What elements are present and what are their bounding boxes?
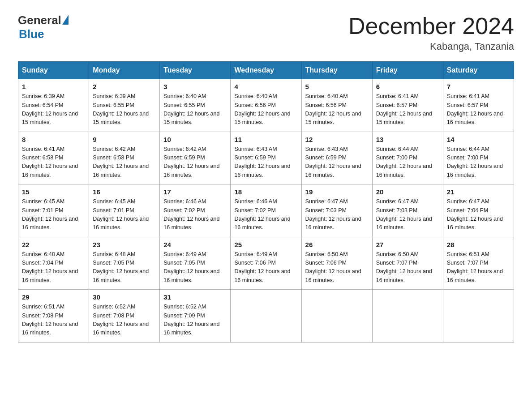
day-number: 29 bbox=[22, 293, 85, 301]
day-info: Sunrise: 6:44 AMSunset: 7:00 PMDaylight:… bbox=[447, 145, 510, 180]
day-info: Sunrise: 6:50 AMSunset: 7:07 PMDaylight:… bbox=[376, 250, 439, 285]
day-info: Sunrise: 6:52 AMSunset: 7:09 PMDaylight:… bbox=[163, 303, 227, 338]
day-number: 26 bbox=[305, 241, 369, 248]
day-number: 3 bbox=[163, 83, 227, 90]
day-info: Sunrise: 6:51 AMSunset: 7:07 PMDaylight:… bbox=[447, 250, 510, 285]
day-info: Sunrise: 6:49 AMSunset: 7:05 PMDaylight:… bbox=[163, 250, 227, 285]
logo-blue: Blue bbox=[19, 27, 44, 41]
day-info: Sunrise: 6:46 AMSunset: 7:02 PMDaylight:… bbox=[234, 197, 297, 232]
day-info: Sunrise: 6:48 AMSunset: 7:05 PMDaylight:… bbox=[93, 250, 156, 285]
calendar-cell: 13Sunrise: 6:44 AMSunset: 7:00 PMDayligh… bbox=[372, 132, 443, 184]
calendar-week-row: 1Sunrise: 6:39 AMSunset: 6:54 PMDaylight… bbox=[18, 79, 514, 132]
day-info: Sunrise: 6:43 AMSunset: 6:59 PMDaylight:… bbox=[305, 145, 369, 180]
day-number: 21 bbox=[447, 188, 510, 196]
location: Kabanga, Tanzania bbox=[348, 41, 514, 52]
day-number: 22 bbox=[22, 241, 85, 248]
calendar-cell: 2Sunrise: 6:39 AMSunset: 6:55 PMDaylight… bbox=[89, 79, 160, 132]
day-info: Sunrise: 6:47 AMSunset: 7:04 PMDaylight:… bbox=[447, 197, 510, 232]
calendar-header-row: SundayMondayTuesdayWednesdayThursdayFrid… bbox=[18, 62, 514, 79]
day-info: Sunrise: 6:41 AMSunset: 6:57 PMDaylight:… bbox=[376, 92, 439, 127]
day-number: 12 bbox=[305, 136, 369, 143]
day-info: Sunrise: 6:39 AMSunset: 6:55 PMDaylight:… bbox=[93, 92, 156, 127]
day-number: 8 bbox=[22, 136, 85, 143]
calendar-cell: 17Sunrise: 6:46 AMSunset: 7:02 PMDayligh… bbox=[160, 184, 231, 237]
calendar-cell bbox=[231, 290, 301, 342]
logo-triangle-icon bbox=[62, 15, 69, 25]
calendar-table: SundayMondayTuesdayWednesdayThursdayFrid… bbox=[18, 61, 514, 342]
day-info: Sunrise: 6:42 AMSunset: 6:58 PMDaylight:… bbox=[93, 145, 156, 180]
calendar-cell: 27Sunrise: 6:50 AMSunset: 7:07 PMDayligh… bbox=[372, 237, 443, 290]
day-info: Sunrise: 6:50 AMSunset: 7:06 PMDaylight:… bbox=[305, 250, 369, 285]
header-saturday: Saturday bbox=[443, 62, 514, 79]
calendar-cell: 24Sunrise: 6:49 AMSunset: 7:05 PMDayligh… bbox=[160, 237, 231, 290]
calendar-cell: 8Sunrise: 6:41 AMSunset: 6:58 PMDaylight… bbox=[18, 132, 89, 184]
day-info: Sunrise: 6:52 AMSunset: 7:08 PMDaylight:… bbox=[93, 303, 156, 338]
day-number: 24 bbox=[163, 241, 227, 248]
day-number: 28 bbox=[447, 241, 510, 248]
header-friday: Friday bbox=[372, 62, 443, 79]
calendar-cell: 12Sunrise: 6:43 AMSunset: 6:59 PMDayligh… bbox=[301, 132, 372, 184]
day-number: 14 bbox=[447, 136, 510, 143]
calendar-week-row: 22Sunrise: 6:48 AMSunset: 7:04 PMDayligh… bbox=[18, 237, 514, 290]
day-number: 5 bbox=[305, 83, 369, 90]
header-monday: Monday bbox=[89, 62, 160, 79]
logo-general: General bbox=[18, 13, 61, 27]
day-number: 25 bbox=[234, 241, 297, 248]
calendar-week-row: 15Sunrise: 6:45 AMSunset: 7:01 PMDayligh… bbox=[18, 184, 514, 237]
calendar-cell: 22Sunrise: 6:48 AMSunset: 7:04 PMDayligh… bbox=[18, 237, 89, 290]
header-wednesday: Wednesday bbox=[231, 62, 301, 79]
day-number: 7 bbox=[447, 83, 510, 90]
day-info: Sunrise: 6:40 AMSunset: 6:55 PMDaylight:… bbox=[163, 92, 227, 127]
calendar-cell: 5Sunrise: 6:40 AMSunset: 6:56 PMDaylight… bbox=[301, 79, 372, 132]
day-info: Sunrise: 6:49 AMSunset: 7:06 PMDaylight:… bbox=[234, 250, 297, 285]
calendar-cell: 7Sunrise: 6:41 AMSunset: 6:57 PMDaylight… bbox=[443, 79, 514, 132]
day-number: 15 bbox=[22, 188, 85, 196]
day-info: Sunrise: 6:47 AMSunset: 7:03 PMDaylight:… bbox=[305, 197, 369, 232]
calendar-cell: 1Sunrise: 6:39 AMSunset: 6:54 PMDaylight… bbox=[18, 79, 89, 132]
calendar-cell: 30Sunrise: 6:52 AMSunset: 7:08 PMDayligh… bbox=[89, 290, 160, 342]
day-info: Sunrise: 6:51 AMSunset: 7:08 PMDaylight:… bbox=[22, 303, 85, 338]
day-info: Sunrise: 6:44 AMSunset: 7:00 PMDaylight:… bbox=[376, 145, 439, 180]
calendar-cell bbox=[443, 290, 514, 342]
day-number: 17 bbox=[163, 188, 227, 196]
calendar-cell: 4Sunrise: 6:40 AMSunset: 6:56 PMDaylight… bbox=[231, 79, 301, 132]
header-thursday: Thursday bbox=[301, 62, 372, 79]
day-info: Sunrise: 6:45 AMSunset: 7:01 PMDaylight:… bbox=[93, 197, 156, 232]
day-number: 31 bbox=[163, 293, 227, 301]
day-number: 2 bbox=[93, 83, 156, 90]
day-info: Sunrise: 6:42 AMSunset: 6:59 PMDaylight:… bbox=[163, 145, 227, 180]
day-number: 18 bbox=[234, 188, 297, 196]
calendar-cell: 25Sunrise: 6:49 AMSunset: 7:06 PMDayligh… bbox=[231, 237, 301, 290]
day-number: 16 bbox=[93, 188, 156, 196]
calendar-cell: 20Sunrise: 6:47 AMSunset: 7:03 PMDayligh… bbox=[372, 184, 443, 237]
calendar-week-row: 8Sunrise: 6:41 AMSunset: 6:58 PMDaylight… bbox=[18, 132, 514, 184]
day-info: Sunrise: 6:39 AMSunset: 6:54 PMDaylight:… bbox=[22, 92, 85, 127]
calendar-cell: 10Sunrise: 6:42 AMSunset: 6:59 PMDayligh… bbox=[160, 132, 231, 184]
day-number: 1 bbox=[22, 83, 85, 90]
calendar-cell: 28Sunrise: 6:51 AMSunset: 7:07 PMDayligh… bbox=[443, 237, 514, 290]
calendar-cell: 11Sunrise: 6:43 AMSunset: 6:59 PMDayligh… bbox=[231, 132, 301, 184]
logo: General Blue bbox=[18, 13, 69, 41]
calendar-cell: 23Sunrise: 6:48 AMSunset: 7:05 PMDayligh… bbox=[89, 237, 160, 290]
calendar-cell bbox=[301, 290, 372, 342]
day-number: 20 bbox=[376, 188, 439, 196]
day-info: Sunrise: 6:41 AMSunset: 6:58 PMDaylight:… bbox=[22, 145, 85, 180]
day-number: 23 bbox=[93, 241, 156, 248]
calendar-cell: 18Sunrise: 6:46 AMSunset: 7:02 PMDayligh… bbox=[231, 184, 301, 237]
day-info: Sunrise: 6:43 AMSunset: 6:59 PMDaylight:… bbox=[234, 145, 297, 180]
month-title: December 2024 bbox=[348, 13, 514, 39]
calendar-cell: 21Sunrise: 6:47 AMSunset: 7:04 PMDayligh… bbox=[443, 184, 514, 237]
day-number: 30 bbox=[93, 293, 156, 301]
calendar-cell: 29Sunrise: 6:51 AMSunset: 7:08 PMDayligh… bbox=[18, 290, 89, 342]
header-sunday: Sunday bbox=[18, 62, 89, 79]
calendar-cell: 16Sunrise: 6:45 AMSunset: 7:01 PMDayligh… bbox=[89, 184, 160, 237]
calendar-cell: 31Sunrise: 6:52 AMSunset: 7:09 PMDayligh… bbox=[160, 290, 231, 342]
calendar-cell: 3Sunrise: 6:40 AMSunset: 6:55 PMDaylight… bbox=[160, 79, 231, 132]
day-number: 9 bbox=[93, 136, 156, 143]
calendar-cell: 9Sunrise: 6:42 AMSunset: 6:58 PMDaylight… bbox=[89, 132, 160, 184]
day-number: 19 bbox=[305, 188, 369, 196]
day-number: 6 bbox=[376, 83, 439, 90]
header-tuesday: Tuesday bbox=[160, 62, 231, 79]
day-info: Sunrise: 6:45 AMSunset: 7:01 PMDaylight:… bbox=[22, 197, 85, 232]
calendar-cell: 6Sunrise: 6:41 AMSunset: 6:57 PMDaylight… bbox=[372, 79, 443, 132]
